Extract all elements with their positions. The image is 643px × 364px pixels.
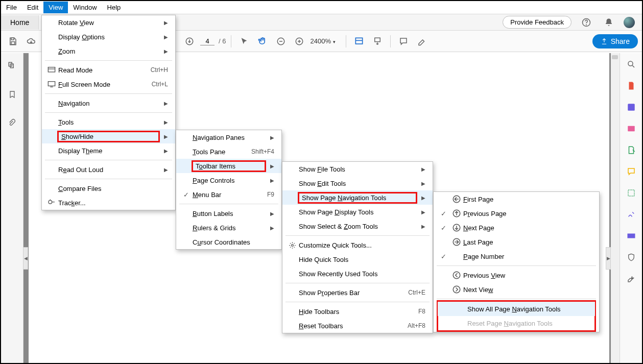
mi-rotate-view[interactable]: Rotate View▶ bbox=[42, 15, 175, 30]
mi-tools[interactable]: Tools▶ bbox=[42, 115, 175, 129]
svg-rect-14 bbox=[628, 190, 634, 196]
mi-navigation[interactable]: Navigation▶ bbox=[42, 96, 175, 110]
mi-next-page[interactable]: ✓Next Page bbox=[434, 221, 599, 235]
left-collapse-tab[interactable]: ◀ bbox=[23, 247, 28, 270]
zoom-out-icon[interactable] bbox=[273, 34, 289, 49]
mi-page-number[interactable]: ✓Page Number bbox=[434, 249, 599, 263]
mi-properties-bar[interactable]: Show Properties BarCtrl+E bbox=[282, 285, 433, 300]
toolbar-items-menu: Show File Tools▶ Show Edit Tools▶ Show P… bbox=[282, 161, 433, 333]
page-display-icon[interactable] bbox=[370, 34, 385, 49]
mi-tracker[interactable]: Tracker... bbox=[42, 196, 175, 210]
mi-cursor-coords[interactable]: Cursor Coordinates bbox=[176, 235, 281, 249]
mi-zoom[interactable]: Zoom▶ bbox=[42, 44, 175, 58]
help-icon[interactable] bbox=[579, 15, 594, 30]
provide-feedback-button[interactable]: Provide Feedback bbox=[503, 16, 571, 29]
svg-point-25 bbox=[453, 286, 460, 293]
more-tools-icon[interactable] bbox=[625, 273, 637, 285]
mi-read-mode[interactable]: Read ModeCtrl+H bbox=[42, 63, 175, 77]
attachment-icon[interactable] bbox=[5, 115, 20, 131]
cursor-icon[interactable] bbox=[236, 34, 252, 49]
mi-navigation-panes[interactable]: Navigation Panes▶ bbox=[176, 130, 281, 144]
mi-previous-view[interactable]: Previous View bbox=[434, 268, 599, 282]
export-pdf-icon[interactable] bbox=[625, 80, 637, 92]
svg-point-1 bbox=[586, 25, 587, 25]
comment-icon[interactable] bbox=[396, 34, 411, 49]
mi-customize-quick[interactable]: Customize Quick Tools... bbox=[282, 238, 433, 252]
view-menu: Rotate View▶ Display Options▶ Zoom▶ Read… bbox=[41, 15, 176, 210]
svg-point-19 bbox=[291, 244, 293, 246]
mi-show-page-display[interactable]: Show Page Display Tools▶ bbox=[282, 205, 433, 219]
protect-icon[interactable] bbox=[625, 251, 637, 263]
mi-toolbar-items[interactable]: Toolbar Items▶ bbox=[176, 159, 281, 173]
mi-show-file-tools[interactable]: Show File Tools▶ bbox=[282, 162, 433, 176]
cloud-icon[interactable] bbox=[23, 34, 39, 49]
mi-first-page[interactable]: First Page bbox=[434, 192, 599, 206]
hand-icon[interactable] bbox=[255, 34, 270, 49]
share-button[interactable]: Share bbox=[592, 34, 638, 48]
menu-window[interactable]: Window bbox=[68, 2, 102, 13]
mi-button-labels[interactable]: Button Labels▶ bbox=[176, 206, 281, 221]
mi-next-view[interactable]: Next View bbox=[434, 282, 599, 297]
menu-file[interactable]: File bbox=[1, 2, 22, 13]
organize-icon[interactable] bbox=[625, 144, 637, 156]
mi-page-controls[interactable]: Page Controls▶ bbox=[176, 173, 281, 187]
mi-show-select-zoom[interactable]: Show Select & Zoom Tools▶ bbox=[282, 219, 433, 233]
mi-rulers-grids[interactable]: Rulers & Grids▶ bbox=[176, 221, 281, 235]
left-rail bbox=[1, 53, 23, 363]
svg-rect-12 bbox=[628, 104, 635, 111]
mi-show-hide[interactable]: Show/Hide▶ bbox=[42, 129, 175, 143]
thumbnails-icon[interactable] bbox=[5, 58, 20, 74]
svg-point-11 bbox=[628, 61, 633, 66]
right-rail bbox=[620, 53, 642, 363]
mi-reset-nav-tools[interactable]: Reset Page Navigation Tools bbox=[438, 316, 595, 330]
menu-view[interactable]: View bbox=[43, 2, 68, 13]
edit-pdf-icon[interactable] bbox=[625, 101, 637, 113]
redact-icon[interactable] bbox=[625, 230, 637, 242]
svg-rect-17 bbox=[48, 82, 55, 86]
right-collapse-tab[interactable]: ▶ bbox=[606, 247, 611, 270]
zoom-in-icon[interactable] bbox=[292, 34, 307, 49]
mi-read-out-loud[interactable]: Read Out Loud▶ bbox=[42, 162, 175, 177]
highlight-icon[interactable] bbox=[414, 34, 430, 49]
svg-rect-16 bbox=[48, 67, 55, 72]
fill-sign-icon[interactable] bbox=[625, 208, 637, 221]
mi-show-page-nav[interactable]: Show Page Navigation Tools▶ bbox=[282, 190, 433, 205]
mi-full-screen[interactable]: Full Screen ModeCtrl+L bbox=[42, 77, 175, 91]
mi-last-page[interactable]: Last Page bbox=[434, 235, 599, 249]
mi-show-all-nav-tools[interactable]: Show All Page Navigation Tools bbox=[438, 302, 595, 316]
page-total: / 6 bbox=[219, 37, 226, 45]
mi-previous-page[interactable]: ✓Previous Page bbox=[434, 206, 599, 221]
create-pdf-icon[interactable] bbox=[625, 123, 637, 135]
svg-rect-15 bbox=[627, 234, 635, 238]
combine-icon[interactable] bbox=[625, 187, 637, 199]
menubar: File Edit View Window Help bbox=[1, 1, 642, 14]
page-number-input[interactable] bbox=[200, 37, 215, 45]
search-icon[interactable] bbox=[625, 58, 637, 70]
menu-help[interactable]: Help bbox=[102, 2, 126, 13]
mi-display-theme[interactable]: Display Theme▶ bbox=[42, 143, 175, 158]
mi-show-recent[interactable]: Show Recently Used Tools bbox=[282, 266, 433, 281]
mi-hide-quick[interactable]: Hide Quick Tools bbox=[282, 252, 433, 266]
bookmark-icon[interactable] bbox=[5, 87, 20, 102]
menu-edit[interactable]: Edit bbox=[22, 2, 43, 13]
zoom-value[interactable]: 2400% ▾ bbox=[310, 37, 341, 45]
avatar[interactable] bbox=[624, 17, 635, 28]
mi-hide-toolbars[interactable]: Hide ToolbarsF8 bbox=[282, 304, 433, 319]
bell-icon[interactable] bbox=[601, 15, 616, 30]
svg-rect-3 bbox=[11, 41, 15, 44]
mi-reset-toolbars[interactable]: Reset ToolbarsAlt+F8 bbox=[282, 319, 433, 333]
comment-tool-icon[interactable] bbox=[625, 165, 637, 178]
svg-rect-2 bbox=[11, 38, 14, 40]
mi-display-options[interactable]: Display Options▶ bbox=[42, 30, 175, 44]
save-icon[interactable] bbox=[5, 34, 20, 49]
mi-show-edit-tools[interactable]: Show Edit Tools▶ bbox=[282, 176, 433, 190]
scrollbar[interactable] bbox=[611, 53, 620, 363]
tab-home[interactable]: Home bbox=[1, 15, 39, 30]
mi-menu-bar[interactable]: ✓Menu BarF9 bbox=[176, 187, 281, 202]
svg-point-24 bbox=[453, 272, 460, 279]
fit-width-icon[interactable] bbox=[351, 34, 367, 49]
mi-compare[interactable]: Compare Files bbox=[42, 181, 175, 196]
mi-tools-pane[interactable]: Tools PaneShift+F4 bbox=[176, 144, 281, 159]
svg-rect-7 bbox=[356, 38, 363, 44]
download-icon[interactable] bbox=[182, 34, 197, 49]
